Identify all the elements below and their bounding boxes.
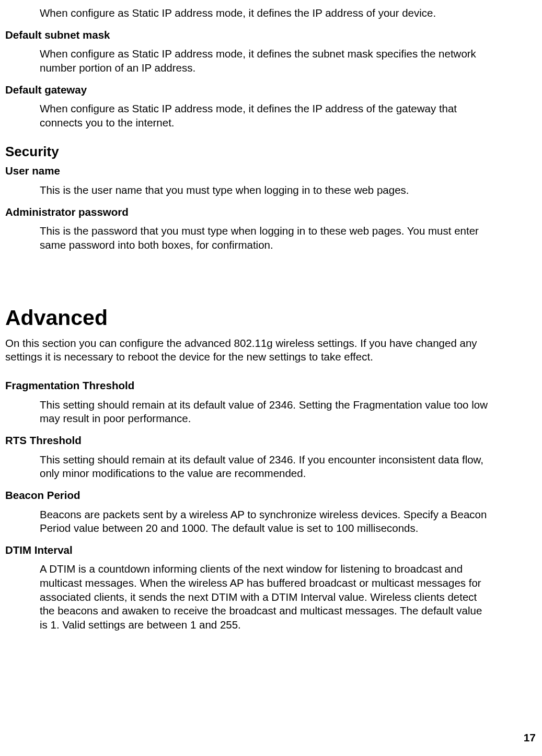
subnet-mask-term: Default subnet mask: [5, 28, 537, 42]
rts-term: RTS Threshold: [5, 434, 537, 448]
dtim-description: A DTIM is a countdown informing clients …: [40, 562, 492, 632]
username-term: User name: [5, 164, 537, 178]
admin-password-description: This is the password that you must type …: [40, 224, 492, 252]
gateway-term: Default gateway: [5, 83, 537, 97]
page-number: 17: [524, 730, 536, 745]
beacon-term: Beacon Period: [5, 489, 537, 503]
ip-address-description: When configure as Static IP address mode…: [40, 6, 492, 20]
gateway-description: When configure as Static IP address mode…: [40, 102, 492, 130]
admin-password-term: Administrator password: [5, 205, 537, 219]
rts-description: This setting should remain at its defaul…: [40, 453, 492, 481]
fragmentation-term: Fragmentation Threshold: [5, 379, 537, 393]
fragmentation-description: This setting should remain at its defaul…: [40, 398, 492, 426]
advanced-intro: On this section you can configure the ad…: [5, 336, 511, 364]
security-heading: Security: [5, 143, 537, 161]
advanced-heading: Advanced: [5, 304, 537, 332]
subnet-mask-description: When configure as Static IP address mode…: [40, 47, 492, 75]
username-description: This is the user name that you must type…: [40, 183, 492, 197]
dtim-term: DTIM Interval: [5, 543, 537, 557]
beacon-description: Beacons are packets sent by a wireless A…: [40, 508, 492, 536]
